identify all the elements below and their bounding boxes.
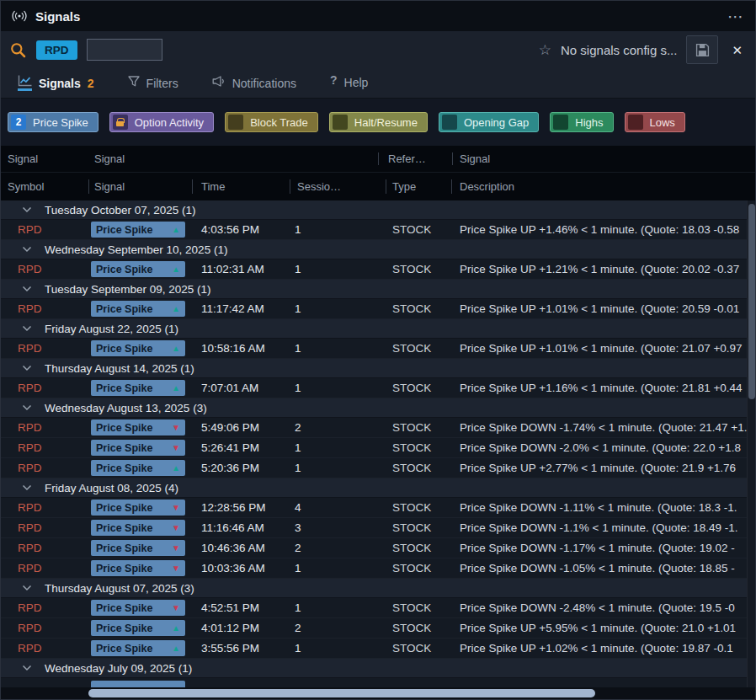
horizontal-scrollbar[interactable] — [1, 687, 755, 699]
chevron-down-icon[interactable] — [22, 286, 32, 292]
signal-chip-label: Price Spike — [96, 623, 152, 634]
column-header-symbol[interactable]: Symbol — [1, 173, 88, 200]
date-group-row[interactable]: Tuesday September 09, 2025 (1) — [1, 280, 755, 299]
filter-chip-label: Price Spike — [33, 116, 88, 129]
row-type: STOCK — [386, 421, 451, 434]
signal-chip-label: Price Spike — [96, 563, 152, 574]
filter-chip-opening-gap[interactable]: Opening Gap — [439, 112, 539, 132]
signal-direction-arrow: ▼ — [172, 544, 180, 553]
date-group-row[interactable]: Wednesday July 09, 2025 (1) — [1, 659, 755, 678]
signal-table-row[interactable]: RPD Price Spike ▼ 5:49:06 PM 2 STOCK Pri… — [1, 418, 755, 438]
filter-chip-lows[interactable]: Lows — [625, 112, 685, 132]
signal-table-row[interactable]: RPD Price Spike ▼ 10:03:36 AM 1 STOCK Pr… — [1, 558, 755, 579]
filter-chip-option-activity[interactable]: Option Activity — [109, 112, 214, 132]
filter-chip-block-trade[interactable]: Block Trade — [225, 112, 318, 132]
row-description: Price Spike UP +1.46% < 1 minute. (Quote… — [451, 223, 755, 236]
group-date-label: Thursday August 14, 2025 (1) — [45, 362, 194, 375]
signal-table-row[interactable]: RPD Price Spike ▼ 10:46:36 AM 2 STOCK Pr… — [1, 538, 755, 558]
row-type: STOCK — [386, 501, 451, 514]
signal-table-row[interactable]: RPD Price Spike ▲ 4:01:12 PM 2 STOCK Pri… — [1, 618, 755, 639]
row-type: STOCK — [386, 601, 451, 614]
signal-table-row[interactable]: RPD Price Spike ▼ 4:52:51 PM 1 STOCK Pri… — [1, 598, 755, 618]
row-type: STOCK — [386, 223, 451, 236]
row-description: Price Spike DOWN -1.74% < 1 minute. (Quo… — [451, 421, 755, 434]
signal-table-row[interactable]: RPD Price Spike ▲ 10:58:16 AM 1 STOCK Pr… — [1, 339, 755, 359]
row-session: 1 — [290, 342, 386, 355]
chip-color-square — [628, 115, 643, 130]
date-group-row[interactable]: Wednesday August 13, 2025 (3) — [1, 398, 755, 418]
vertical-scrollbar[interactable] — [747, 200, 755, 687]
date-group-row[interactable]: Thursday August 14, 2025 (1) — [1, 359, 755, 378]
row-description: Price Spike DOWN -1.1% < 1 minute. (Quot… — [451, 521, 755, 534]
search-icon[interactable] — [9, 41, 27, 59]
chevron-down-icon[interactable] — [22, 246, 32, 253]
config-status-label[interactable]: No signals config s... — [561, 43, 677, 57]
chevron-down-icon[interactable] — [22, 365, 32, 371]
symbol-badge[interactable]: RPD — [36, 40, 77, 60]
signal-table-row[interactable]: RPD Price Spike ▼ 5:26:41 PM 1 STOCK Pri… — [1, 438, 755, 458]
signal-chip-label: Price Spike — [96, 303, 152, 315]
signal-table-row[interactable]: RPD Price Spike ▲ 11:17:42 AM 1 STOCK Pr… — [1, 299, 755, 319]
signal-chip-label: Price Spike — [96, 602, 152, 614]
column-header-time[interactable]: Time — [192, 173, 290, 200]
row-time: 10:03:36 AM — [192, 562, 290, 574]
column-header-description[interactable]: Description — [451, 173, 755, 200]
tab-label: Notifications — [232, 77, 296, 90]
chevron-down-icon[interactable] — [22, 585, 32, 591]
row-type: STOCK — [386, 521, 451, 534]
signal-table-row[interactable]: RPD Price Spike ▲ 3:55:56 PM 1 STOCK Pri… — [1, 639, 755, 659]
chevron-down-icon[interactable] — [22, 484, 32, 491]
filter-chip-highs[interactable]: Highs — [550, 112, 613, 132]
window-title: Signals — [35, 9, 80, 24]
date-group-row[interactable]: Friday August 08, 2025 (4) — [1, 478, 755, 498]
signal-table-row[interactable]: RPD Price Spike ▲ 5:20:36 PM 1 STOCK Pri… — [1, 458, 755, 478]
signal-table-row[interactable]: RPD Price Spike ▼ 12:28:56 PM 4 STOCK Pr… — [1, 498, 755, 518]
signal-chip: Price Spike ▼ — [91, 540, 185, 556]
row-session: 1 — [290, 462, 386, 474]
signal-table-row[interactable]: RPD Price Spike ▲ 7:07:01 AM 1 STOCK Pri… — [1, 378, 755, 398]
vertical-scrollbar-thumb[interactable] — [748, 204, 755, 399]
tab-help[interactable]: ? Help — [318, 73, 380, 98]
signal-direction-arrow: ▼ — [172, 504, 180, 512]
filter-chip-price-spike[interactable]: 2Price Spike — [8, 112, 98, 132]
date-group-row[interactable]: Friday August 22, 2025 (1) — [1, 319, 755, 339]
signal-table-row[interactable]: RPD Price Spike ▼ 11:16:46 AM 3 STOCK Pr… — [1, 518, 755, 538]
row-time: 5:20:36 PM — [192, 462, 290, 474]
favorite-star-icon[interactable]: ☆ — [539, 43, 551, 57]
filter-chip-halt-resume[interactable]: Halt/Resume — [329, 112, 428, 132]
signal-chip-label: Price Spike — [96, 502, 152, 514]
signal-direction-arrow: ▲ — [172, 345, 180, 353]
row-symbol: RPD — [1, 622, 88, 634]
group-header-signal-3[interactable]: Signal — [452, 146, 755, 172]
title-bar: Signals ⋯ — [1, 1, 755, 31]
chevron-down-icon[interactable] — [22, 325, 32, 332]
table-body: Tuesday October 07, 2025 (1) RPD Price S… — [1, 200, 755, 699]
overflow-menu-icon[interactable]: ⋯ — [727, 8, 745, 24]
row-description: Price Spike UP +1.01% < 1 minute. (Quote… — [451, 302, 755, 315]
group-header-signal-2[interactable]: Signal — [88, 146, 378, 172]
row-time: 11:02:31 AM — [192, 263, 290, 275]
group-header-signal-1[interactable]: Signal — [1, 146, 88, 172]
symbol-search-input[interactable] — [87, 39, 162, 61]
signal-table-row[interactable]: RPD Price Spike ▲ 11:02:31 AM 1 STOCK Pr… — [1, 259, 755, 280]
tab-notifications[interactable]: Notifications — [200, 76, 308, 98]
signal-chip: Price Spike ▼ — [91, 600, 185, 616]
column-header-type[interactable]: Type — [386, 173, 451, 200]
chevron-down-icon[interactable] — [22, 206, 32, 213]
group-header-reference[interactable]: Refer… — [378, 146, 452, 172]
horizontal-scrollbar-thumb[interactable] — [88, 689, 595, 697]
date-group-row[interactable]: Wednesday September 10, 2025 (1) — [1, 240, 755, 259]
close-icon[interactable]: ✕ — [727, 44, 747, 56]
tab-filters[interactable]: Filters — [116, 76, 190, 98]
column-header-signal[interactable]: Signal — [88, 173, 192, 200]
column-header-session[interactable]: Sessio… — [290, 173, 386, 200]
row-time: 5:26:41 PM — [192, 441, 290, 454]
date-group-row[interactable]: Tuesday October 07, 2025 (1) — [1, 200, 755, 220]
chevron-down-icon[interactable] — [22, 665, 32, 671]
chevron-down-icon[interactable] — [22, 404, 32, 411]
date-group-row[interactable]: Thursday August 07, 2025 (3) — [1, 579, 755, 598]
save-config-button[interactable] — [686, 35, 718, 64]
row-session: 1 — [290, 382, 386, 394]
signal-table-row[interactable]: RPD Price Spike ▲ 4:03:56 PM 1 STOCK Pri… — [1, 220, 755, 240]
tab-signals[interactable]: Signals 2 — [6, 75, 106, 98]
